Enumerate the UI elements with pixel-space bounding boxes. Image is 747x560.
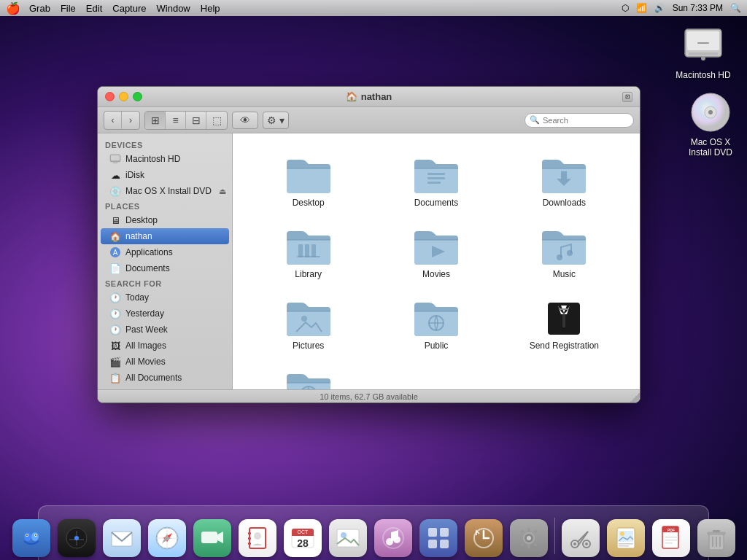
back-button[interactable]: ‹ — [104, 112, 122, 129]
macintosh-hd-desktop-icon[interactable]: Macintosh HD — [674, 20, 732, 80]
window-controls — [105, 92, 142, 101]
sidebar-item-all-movies[interactable]: 🎬 All Movies — [98, 354, 232, 370]
apple-menu[interactable]: 🍎 — [6, 1, 20, 15]
timemachine-dock-icon — [465, 519, 503, 557]
dvd-desktop-icon[interactable]: Mac OS X Install DVD — [681, 88, 740, 158]
safari-dock-icon — [148, 519, 186, 557]
dock-item-timemachine[interactable] — [462, 515, 505, 557]
sidebar-item-macintosh-hd[interactable]: Macintosh HD — [98, 151, 232, 167]
sidebar-item-all-documents[interactable]: 📋 All Documents — [98, 370, 232, 386]
title-bar: 🏠 nathan ⊡ — [98, 87, 640, 107]
wifi-icon[interactable]: 📶 — [636, 3, 647, 13]
dock-item-safari[interactable] — [146, 515, 188, 557]
menu-capture[interactable]: Capture — [112, 3, 146, 14]
bluetooth-icon[interactable]: ⬡ — [622, 3, 629, 13]
svg-rect-2 — [689, 52, 718, 55]
svg-point-23 — [567, 250, 573, 256]
file-item-library[interactable]: Library — [244, 217, 372, 288]
dock-item-photos[interactable] — [327, 515, 369, 557]
list-view-button[interactable]: ≡ — [166, 112, 186, 129]
sidebar-item-dvd[interactable]: 💿 Mac OS X Install DVD ⏏ — [98, 183, 232, 199]
resize-control[interactable]: ⊡ — [622, 92, 632, 102]
preview-dock-icon — [607, 519, 645, 557]
svg-rect-9 — [111, 155, 120, 160]
file-item-movies[interactable]: Movies — [372, 217, 500, 288]
dock-item-pdf[interactable]: PDF — [650, 515, 692, 557]
eye-button[interactable]: 👁 — [232, 112, 258, 129]
dock-item-addressbook[interactable] — [236, 515, 279, 557]
dock-item-dashboard[interactable] — [55, 515, 98, 557]
coverflow-view-button[interactable]: ⬚ — [206, 112, 227, 129]
sidebar-item-idisk[interactable]: ☁ iDisk — [98, 167, 232, 183]
sidebar-item-yesterday[interactable]: 🕐 Yesterday — [98, 306, 232, 322]
close-button[interactable] — [105, 92, 115, 101]
sidebar-item-documents[interactable]: 📄 Documents — [98, 260, 232, 276]
hd-icon-image — [680, 20, 727, 67]
file-item-pictures[interactable]: Pictures — [244, 288, 372, 359]
dvd-icon-image — [687, 88, 734, 134]
resize-handle[interactable] — [630, 392, 640, 402]
svg-point-65 — [341, 532, 347, 538]
file-item-downloads[interactable]: Downloads — [500, 145, 628, 217]
file-grid: Desktop Documents — [233, 133, 640, 402]
icon-view-button[interactable]: ⊞ — [145, 112, 166, 129]
dock-item-scissors[interactable] — [560, 515, 602, 557]
svg-rect-52 — [201, 532, 217, 543]
dock-item-sysprefs[interactable] — [508, 515, 550, 557]
svg-text:PDF: PDF — [667, 528, 675, 532]
menubar: 🍎 Grab File Edit Capture Window Help ⬡ 📶… — [0, 0, 747, 16]
menu-edit[interactable]: Edit — [86, 3, 102, 14]
search-box[interactable]: 🔍 — [525, 113, 634, 128]
svg-rect-72 — [440, 540, 449, 548]
addressbook-dock-icon — [239, 519, 276, 557]
minimize-button[interactable] — [119, 92, 128, 101]
forward-button[interactable]: › — [122, 112, 139, 129]
menu-grab[interactable]: Grab — [29, 3, 50, 14]
eject-icon[interactable]: ⏏ — [219, 187, 226, 196]
svg-point-42 — [35, 534, 36, 536]
svg-rect-17 — [298, 244, 303, 257]
file-item-music[interactable]: Music — [500, 217, 628, 288]
file-item-desktop[interactable]: Desktop — [244, 145, 372, 217]
menu-file[interactable]: File — [61, 3, 76, 14]
svg-rect-81 — [533, 529, 538, 534]
dock-item-finder[interactable] — [10, 515, 53, 557]
svg-text:OCT: OCT — [297, 529, 309, 534]
home-sidebar-icon: 🏠 — [109, 230, 121, 242]
svg-rect-20 — [297, 256, 320, 257]
sidebar-item-past-week[interactable]: 🕐 Past Week — [98, 322, 232, 338]
sidebar-item-all-images[interactable]: 🖼 All Images — [98, 338, 232, 354]
svg-point-3 — [701, 56, 705, 61]
svg-rect-103 — [708, 532, 725, 534]
svg-point-87 — [585, 542, 588, 545]
dock-item-mail[interactable] — [101, 515, 143, 557]
search-icon[interactable]: 🔍 — [730, 3, 741, 13]
all-movies-label: All Movies — [125, 357, 166, 367]
scissors-dock-icon — [562, 519, 600, 557]
file-item-documents[interactable]: Documents — [372, 145, 500, 217]
dock-item-spaces[interactable] — [417, 515, 460, 557]
search-input[interactable] — [543, 116, 629, 125]
hd-label: Macintosh HD — [676, 70, 730, 80]
sidebar-item-applications[interactable]: A Applications — [98, 244, 232, 260]
sidebar-item-desktop[interactable]: 🖥 Desktop — [98, 212, 232, 228]
file-item-public[interactable]: Public — [372, 288, 500, 359]
column-view-button[interactable]: ⊟ — [186, 112, 206, 129]
sidebar-item-nathan[interactable]: 🏠 nathan — [101, 228, 229, 244]
file-item-send-registration[interactable]: Send Registration — [500, 288, 628, 359]
dock-item-preview[interactable] — [605, 515, 647, 557]
volume-icon[interactable]: 🔊 — [654, 3, 665, 13]
sidebar-item-today[interactable]: 🕐 Today — [98, 289, 232, 306]
idisk-label: iDisk — [125, 170, 144, 180]
dock-item-facetime[interactable] — [191, 515, 233, 557]
home-icon: 🏠 — [346, 91, 357, 102]
menu-window[interactable]: Window — [157, 3, 190, 14]
maximize-button[interactable] — [133, 92, 142, 101]
action-button[interactable]: ⚙ ▾ — [263, 112, 289, 129]
svg-point-68 — [393, 536, 400, 543]
dock-item-itunes[interactable] — [372, 515, 414, 557]
dock-item-trash[interactable] — [695, 515, 738, 557]
dock-separator — [554, 518, 555, 554]
menu-help[interactable]: Help — [201, 3, 220, 14]
dock-item-calendar[interactable]: 28 OCT — [282, 515, 324, 557]
